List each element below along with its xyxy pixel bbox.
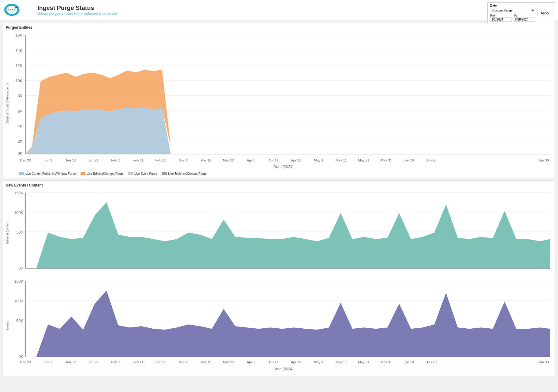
- svg-text:0K: 0K: [18, 266, 23, 270]
- svg-text:May 1: May 1: [314, 361, 323, 364]
- svg-text:150K: 150K: [14, 279, 24, 284]
- svg-text:May 21: May 21: [358, 361, 369, 364]
- svg-text:Apr 21: Apr 21: [291, 361, 301, 364]
- svg-text:Jan 12: Jan 12: [65, 158, 75, 162]
- legend-item-3: Live Event Purge: [128, 172, 157, 175]
- svg-text:Feb 1: Feb 1: [111, 361, 120, 364]
- new-events-section: New Events / Content Editorial Content 1…: [3, 180, 555, 376]
- legend-item-1: Live ContentPublishingWindow Purge: [19, 172, 76, 175]
- header: open tv Ingest Purge Status Shows purged…: [0, 0, 558, 20]
- legend-label-3: Live Event Purge: [134, 172, 157, 175]
- svg-text:0K: 0K: [18, 354, 23, 359]
- svg-text:May 11: May 11: [335, 158, 347, 162]
- main-content: Purged Entities Distinct Count of Resour…: [0, 20, 558, 381]
- purged-chart-container: Distinct Count of Resource ID 16K 14K 12…: [6, 31, 552, 175]
- svg-text:Jan 22: Jan 22: [88, 361, 98, 364]
- svg-text:tv: tv: [15, 6, 18, 9]
- purged-y-axis-label: Distinct Count of Resource ID: [6, 31, 9, 175]
- logo-area: open tv Ingest Purge Status Shows purged…: [4, 2, 117, 18]
- svg-text:May 11: May 11: [335, 361, 347, 364]
- svg-text:Jun 10: Jun 10: [403, 361, 414, 364]
- svg-text:Dec 23: Dec 23: [20, 158, 31, 162]
- from-label: From: [490, 14, 512, 17]
- editorial-y-axis-label: Editorial Content: [6, 189, 9, 276]
- svg-text:12K: 12K: [15, 63, 22, 68]
- svg-text:100K: 100K: [14, 299, 24, 303]
- svg-text:Apr 11: Apr 11: [268, 361, 279, 364]
- to-date-input[interactable]: [514, 17, 535, 22]
- svg-text:Feb 11: Feb 11: [133, 158, 144, 162]
- editorial-chart: Editorial Content 150K 100K 50K 0K: [6, 189, 552, 276]
- svg-text:Jun 20: Jun 20: [426, 361, 436, 364]
- svg-text:150K: 150K: [14, 191, 24, 195]
- svg-text:4K: 4K: [18, 124, 22, 129]
- svg-text:Feb 11: Feb 11: [133, 361, 144, 364]
- svg-text:Mar 22: Mar 22: [223, 361, 234, 364]
- purged-legend: Live ContentPublishingWindow Purge Live …: [10, 172, 552, 175]
- svg-text:open: open: [7, 8, 16, 12]
- svg-text:16K: 16K: [15, 33, 22, 37]
- legend-item-4: Live TechnicalContent Purge: [162, 172, 206, 175]
- legend-label-1: Live ContentPublishingWindow Purge: [25, 172, 76, 175]
- apply-button[interactable]: Apply: [537, 10, 552, 16]
- svg-text:Jan 2: Jan 2: [44, 361, 52, 364]
- svg-text:Jan 22: Jan 22: [88, 158, 98, 162]
- svg-text:Feb 21: Feb 21: [155, 361, 166, 364]
- new-events-title: New Events / Content: [6, 183, 552, 187]
- svg-text:Dec 23: Dec 23: [20, 361, 31, 364]
- svg-text:0K: 0K: [18, 151, 22, 156]
- svg-text:6K: 6K: [18, 109, 22, 113]
- svg-text:Date [2024]: Date [2024]: [273, 367, 294, 371]
- svg-text:100K: 100K: [14, 210, 24, 215]
- svg-text:Feb 21: Feb 21: [155, 158, 166, 162]
- svg-text:May 21: May 21: [358, 158, 369, 162]
- events-chart: Events 150K 100K 50K 0K: [6, 278, 552, 374]
- svg-text:May 31: May 31: [381, 361, 392, 364]
- editorial-chart-svg: 150K 100K 50K 0K: [10, 189, 552, 276]
- legend-item-2: Live EditorialContent Purge: [81, 172, 123, 175]
- purged-entities-section: Purged Entities Distinct Count of Resour…: [3, 23, 555, 178]
- svg-text:Feb 1: Feb 1: [111, 158, 120, 162]
- svg-text:Date [2024]: Date [2024]: [273, 164, 294, 169]
- svg-text:Apr 1: Apr 1: [247, 361, 255, 364]
- svg-text:2K: 2K: [18, 139, 22, 144]
- svg-text:Jun 30: Jun 30: [538, 361, 549, 364]
- editorial-chart-area: 150K 100K 50K 0K: [10, 189, 552, 276]
- svg-text:Jun 30: Jun 30: [538, 158, 549, 162]
- date-label: Date: [490, 4, 535, 7]
- events-y-axis-label: Events: [6, 278, 9, 374]
- from-date-input[interactable]: [490, 17, 512, 22]
- legend-color-2: [81, 172, 85, 175]
- svg-text:Jun 20: Jun 20: [426, 158, 436, 162]
- svg-text:Jan 2: Jan 2: [44, 158, 52, 162]
- date-from-to-row: From To: [490, 14, 535, 22]
- legend-label-4: Live TechnicalContent Purge: [168, 172, 206, 175]
- date-range-select[interactable]: Custom Range: [490, 8, 535, 13]
- svg-text:Mar 2: Mar 2: [179, 361, 188, 364]
- purged-chart-area: 16K 14K 12K 10K 8K 6K 4K 2K 0K: [10, 31, 552, 175]
- logo: open tv: [4, 2, 34, 18]
- page-subtitle: Shows purged entities within selected ti…: [37, 11, 117, 16]
- legend-color-4: [162, 172, 167, 175]
- purged-entities-title: Purged Entities: [6, 25, 552, 30]
- svg-text:Mar 12: Mar 12: [200, 158, 211, 162]
- svg-text:Mar 22: Mar 22: [223, 158, 234, 162]
- svg-text:8K: 8K: [18, 94, 22, 98]
- legend-color-3: [128, 172, 133, 175]
- legend-color-1: [19, 172, 24, 175]
- svg-text:Jun 10: Jun 10: [403, 158, 414, 162]
- events-chart-area: 150K 100K 50K 0K Dec 23 J: [10, 278, 552, 374]
- page-title: Ingest Purge Status: [37, 5, 117, 11]
- purged-chart-svg: 16K 14K 12K 10K 8K 6K 4K 2K 0K: [10, 31, 552, 170]
- svg-text:Mar 12: Mar 12: [200, 361, 211, 364]
- title-area: Ingest Purge Status Shows purged entitie…: [37, 5, 117, 16]
- svg-text:50K: 50K: [16, 230, 23, 234]
- svg-text:Mar 2: Mar 2: [179, 158, 188, 162]
- svg-text:14K: 14K: [15, 48, 22, 53]
- svg-text:May 1: May 1: [314, 158, 323, 162]
- svg-text:50K: 50K: [16, 318, 23, 323]
- date-fields: Date Custom Range From To: [490, 4, 535, 22]
- to-label: To: [514, 14, 535, 17]
- legend-label-2: Live EditorialContent Purge: [87, 172, 123, 175]
- svg-text:10K: 10K: [15, 78, 22, 83]
